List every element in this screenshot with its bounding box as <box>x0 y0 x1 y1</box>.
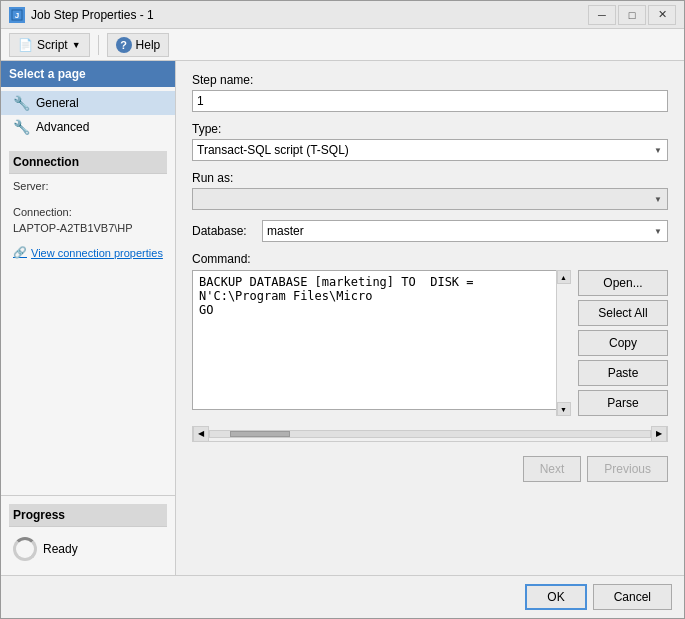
svg-text:J: J <box>15 11 19 20</box>
server-value <box>9 194 167 198</box>
copy-button[interactable]: Copy <box>578 330 668 356</box>
window-title: Job Step Properties - 1 <box>31 8 588 22</box>
content-area: Step name: Type: Transact-SQL script (T-… <box>176 61 684 575</box>
horizontal-scrollbar[interactable]: ◀ ▶ <box>192 426 668 442</box>
previous-button[interactable]: Previous <box>587 456 668 482</box>
sidebar-nav: 🔧 General 🔧 Advanced <box>1 87 175 143</box>
type-group: Type: Transact-SQL script (T-SQL) <box>192 122 668 161</box>
paste-button[interactable]: Paste <box>578 360 668 386</box>
database-select-container: master <box>262 220 668 242</box>
toolbar-separator <box>98 35 99 55</box>
toolbar: 📄 Script ▼ ? Help <box>1 29 684 61</box>
step-name-label: Step name: <box>192 73 668 87</box>
general-icon: 🔧 <box>13 95 30 111</box>
view-connection-wrapper: 🔗 View connection properties <box>9 244 167 261</box>
command-area: ▲ ▼ Open... Select All Copy Paste Parse <box>192 270 668 416</box>
select-page-header: Select a page <box>1 61 175 87</box>
step-name-input[interactable] <box>192 90 668 112</box>
database-select[interactable]: master <box>262 220 668 242</box>
command-vertical-scrollbar[interactable]: ▲ ▼ <box>556 270 570 416</box>
command-textarea[interactable] <box>192 270 570 410</box>
view-connection-link[interactable]: 🔗 View connection properties <box>9 244 167 261</box>
step-name-group: Step name: <box>192 73 668 112</box>
select-all-button[interactable]: Select All <box>578 300 668 326</box>
footer-buttons: OK Cancel <box>1 575 684 618</box>
help-icon: ? <box>116 37 132 53</box>
open-button[interactable]: Open... <box>578 270 668 296</box>
progress-status-row: Ready <box>9 531 167 567</box>
connection-value: LAPTOP-A2TB1VB7\HP <box>9 220 167 236</box>
scroll-left-arrow[interactable]: ◀ <box>193 426 209 442</box>
command-label: Command: <box>192 252 668 266</box>
run-as-select[interactable] <box>192 188 668 210</box>
database-label: Database: <box>192 224 262 238</box>
sidebar: Select a page 🔧 General 🔧 Advanced Conne… <box>1 61 176 575</box>
title-bar: J Job Step Properties - 1 ─ □ ✕ <box>1 1 684 29</box>
scroll-right-arrow[interactable]: ▶ <box>651 426 667 442</box>
progress-title: Progress <box>9 504 167 527</box>
connection-properties-icon: 🔗 <box>13 246 27 259</box>
restore-button[interactable]: □ <box>618 5 646 25</box>
command-textarea-wrapper: ▲ ▼ <box>192 270 570 416</box>
type-label: Type: <box>192 122 668 136</box>
window: J Job Step Properties - 1 ─ □ ✕ 📄 Script… <box>0 0 685 619</box>
script-button[interactable]: 📄 Script ▼ <box>9 33 90 57</box>
progress-section: Progress Ready <box>1 495 175 575</box>
connection-section: Connection Server: Connection: LAPTOP-A2… <box>1 143 175 269</box>
database-row: Database: master <box>192 220 668 242</box>
progress-status: Ready <box>43 542 78 556</box>
run-as-select-wrapper <box>192 188 668 210</box>
scroll-down-arrow[interactable]: ▼ <box>557 402 571 416</box>
run-as-group: Run as: <box>192 171 668 210</box>
main-content: Select a page 🔧 General 🔧 Advanced Conne… <box>1 61 684 575</box>
next-button[interactable]: Next <box>523 456 582 482</box>
scroll-thumb-h[interactable] <box>230 431 290 437</box>
window-icon: J <box>9 7 25 23</box>
minimize-button[interactable]: ─ <box>588 5 616 25</box>
parse-button[interactable]: Parse <box>578 390 668 416</box>
scroll-up-arrow[interactable]: ▲ <box>557 270 571 284</box>
cancel-button[interactable]: Cancel <box>593 584 672 610</box>
advanced-icon: 🔧 <box>13 119 30 135</box>
close-button[interactable]: ✕ <box>648 5 676 25</box>
scroll-track-h <box>209 430 651 438</box>
navigation-buttons: Next Previous <box>192 456 668 482</box>
type-select[interactable]: Transact-SQL script (T-SQL) <box>192 139 668 161</box>
ok-button[interactable]: OK <box>525 584 586 610</box>
run-as-label: Run as: <box>192 171 668 185</box>
progress-spinner <box>13 537 37 561</box>
sidebar-item-advanced[interactable]: 🔧 Advanced <box>1 115 175 139</box>
window-controls: ─ □ ✕ <box>588 5 676 25</box>
command-buttons: Open... Select All Copy Paste Parse <box>578 270 668 416</box>
database-select-wrapper: master <box>262 220 668 242</box>
connection-label: Connection: <box>9 204 167 220</box>
server-label: Server: <box>9 178 167 194</box>
connection-title: Connection <box>9 151 167 174</box>
sidebar-item-general[interactable]: 🔧 General <box>1 91 175 115</box>
help-button[interactable]: ? Help <box>107 33 170 57</box>
script-icon: 📄 <box>18 38 33 52</box>
type-select-wrapper: Transact-SQL script (T-SQL) <box>192 139 668 161</box>
